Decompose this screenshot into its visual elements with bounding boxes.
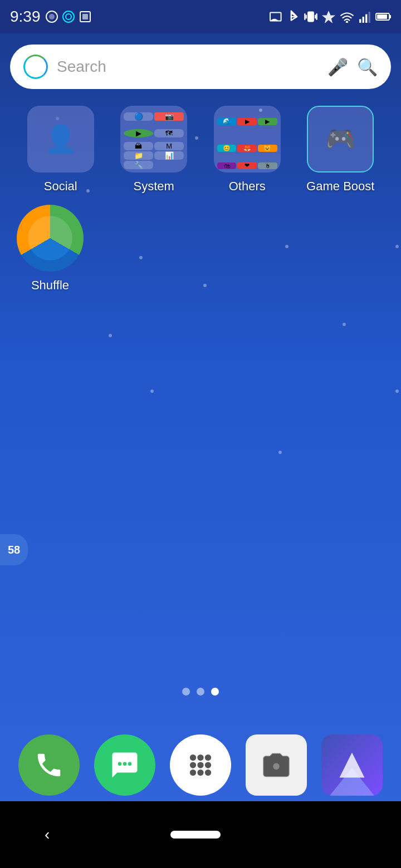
svg-rect-16 bbox=[365, 14, 367, 23]
svg-point-25 bbox=[197, 754, 203, 761]
back-button[interactable]: ‹ bbox=[45, 826, 50, 844]
bluetooth-icon bbox=[288, 9, 300, 24]
folder-others-label: Others bbox=[229, 179, 266, 194]
mic-icon[interactable]: 🎤 bbox=[327, 57, 348, 77]
assistant-icon bbox=[322, 9, 335, 24]
svg-point-27 bbox=[190, 762, 196, 768]
mini1-icon: 🌊 bbox=[217, 118, 237, 125]
circle-icon bbox=[45, 10, 58, 23]
svg-rect-15 bbox=[363, 17, 364, 23]
status-time: 9:39 bbox=[10, 8, 41, 26]
svg-rect-17 bbox=[369, 12, 370, 23]
svg-point-32 bbox=[205, 770, 211, 776]
notification-bubble[interactable]: 58 bbox=[0, 534, 28, 565]
messages-icon bbox=[110, 750, 140, 780]
folder-social-label: Social bbox=[44, 179, 77, 194]
google-logo-icon bbox=[23, 55, 48, 79]
mini6-icon: 😺 bbox=[258, 145, 277, 152]
phone-icon bbox=[34, 750, 64, 780]
chrome-mini-icon: 🔵 bbox=[124, 112, 153, 121]
svg-point-29 bbox=[205, 762, 211, 768]
shuffle-inner bbox=[28, 216, 72, 260]
dock-plans[interactable] bbox=[321, 734, 383, 796]
svg-point-21 bbox=[118, 762, 122, 766]
mini4-icon: 😊 bbox=[217, 145, 237, 152]
grid-icon bbox=[185, 750, 216, 780]
maps-mini-icon: 🗺 bbox=[154, 129, 184, 137]
svg-point-26 bbox=[205, 754, 211, 761]
camera-icon bbox=[261, 751, 292, 780]
circle2-icon bbox=[62, 10, 75, 23]
folder-gameboost[interactable]: 🎮 Game Boost bbox=[297, 106, 385, 194]
svg-point-22 bbox=[123, 762, 127, 766]
status-right-icons bbox=[270, 9, 391, 24]
app-folders-grid: 👤 Social 🔵 📷 ▶ 🗺 🏔 M 📁 📊 🔧 System 🌊 ▶ ▶ … bbox=[0, 89, 401, 194]
mini5-icon: 🦊 bbox=[237, 145, 257, 152]
page-dot-3 bbox=[211, 688, 219, 696]
folder-others-icon: 🌊 ▶ ▶ 😊 🦊 😺 🛍 ❤ 🖱 bbox=[214, 106, 281, 172]
play-mini-icon: ▶ bbox=[124, 129, 153, 137]
qr-mini-icon: 📷 bbox=[154, 112, 184, 121]
photos-mini-icon: 🏔 bbox=[124, 142, 153, 150]
dock bbox=[0, 734, 401, 796]
mini8-icon: ❤ bbox=[237, 162, 257, 169]
svg-point-31 bbox=[197, 770, 203, 776]
dock-phone[interactable] bbox=[18, 734, 80, 796]
notification-count: 58 bbox=[8, 544, 20, 556]
cast-icon bbox=[270, 11, 284, 23]
nav-bar: ‹ bbox=[0, 801, 401, 868]
folder-system-icon: 🔵 📷 ▶ 🗺 🏔 M 📁 📊 🔧 bbox=[120, 106, 187, 172]
page-dot-1 bbox=[182, 688, 190, 696]
folder-others[interactable]: 🌊 ▶ ▶ 😊 🦊 😺 🛍 ❤ 🖱 Others bbox=[203, 106, 291, 194]
search-icon[interactable]: 🔍 bbox=[357, 57, 378, 77]
svg-point-2 bbox=[63, 11, 74, 22]
dock-camera[interactable] bbox=[246, 734, 307, 796]
svg-point-30 bbox=[190, 770, 196, 776]
svg-point-1 bbox=[49, 14, 55, 19]
page-indicator bbox=[182, 688, 219, 696]
folder-social[interactable]: 👤 Social bbox=[17, 106, 105, 194]
svg-rect-14 bbox=[359, 19, 361, 23]
square-icon bbox=[79, 10, 92, 23]
svg-point-28 bbox=[197, 762, 203, 768]
folder-gameboost-label: Game Boost bbox=[306, 179, 374, 194]
single-app-row: Shuffle bbox=[0, 194, 401, 293]
status-bar: 9:39 bbox=[0, 0, 401, 33]
svg-point-23 bbox=[128, 762, 132, 766]
svg-rect-7 bbox=[307, 12, 314, 22]
signal-icon bbox=[359, 11, 371, 23]
theme-mini-icon: 🔧 bbox=[124, 161, 153, 169]
svg-rect-5 bbox=[82, 14, 88, 19]
home-button[interactable] bbox=[170, 831, 221, 839]
svg-point-13 bbox=[346, 21, 348, 23]
status-left-icons bbox=[45, 10, 92, 23]
vibrate-icon bbox=[304, 9, 317, 24]
gmail-mini-icon: M bbox=[154, 142, 184, 150]
dock-app-drawer[interactable] bbox=[170, 734, 231, 796]
search-bar[interactable]: Search 🎤 🔍 bbox=[10, 45, 391, 89]
recents-button[interactable] bbox=[341, 827, 356, 842]
folder-social-icon: 👤 bbox=[27, 106, 94, 172]
files-mini-icon: 📁 bbox=[124, 151, 153, 160]
svg-point-24 bbox=[190, 754, 196, 761]
mini2-icon: ▶ bbox=[237, 118, 257, 125]
svg-rect-20 bbox=[377, 14, 387, 19]
shuffle-icon bbox=[17, 205, 84, 272]
search-placeholder: Search bbox=[57, 58, 319, 76]
battery-icon bbox=[375, 11, 391, 22]
person-icon: 👤 bbox=[44, 124, 77, 155]
gamepad-icon: 🎮 bbox=[325, 125, 356, 154]
svg-point-34 bbox=[273, 763, 280, 770]
wifi-icon bbox=[340, 11, 354, 23]
plans-icon bbox=[337, 750, 367, 780]
app-shuffle[interactable]: Shuffle bbox=[17, 205, 84, 293]
page-dot-2 bbox=[197, 688, 204, 696]
folder-gameboost-icon: 🎮 bbox=[307, 106, 374, 172]
dock-messages[interactable] bbox=[94, 734, 155, 796]
mi-mini-icon: 📊 bbox=[154, 151, 184, 160]
folder-system-label: System bbox=[134, 179, 174, 194]
mini9-icon: 🖱 bbox=[258, 162, 277, 169]
mini3-icon: ▶ bbox=[258, 118, 277, 125]
app-shuffle-label: Shuffle bbox=[31, 278, 69, 293]
folder-system[interactable]: 🔵 📷 ▶ 🗺 🏔 M 📁 📊 🔧 System bbox=[110, 106, 198, 194]
